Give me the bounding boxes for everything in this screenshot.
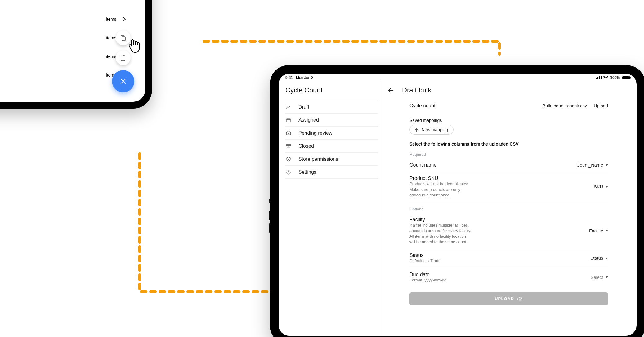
back-button[interactable] [387, 86, 395, 95]
device-side-button [269, 199, 270, 203]
edit-icon [285, 104, 292, 110]
select-status[interactable]: Status [590, 256, 608, 261]
row-sub: Defaults to 'Draft' [409, 258, 440, 264]
page-title: Draft bulk [402, 86, 431, 94]
cloud-upload-icon [517, 296, 523, 302]
sidebar-item-label: Draft [298, 104, 309, 110]
select-count-name[interactable]: Count_Name [577, 163, 608, 168]
duplicate-icon [119, 34, 127, 42]
select-due-date[interactable]: Select [591, 275, 608, 280]
cycle-count-label: Cycle count [409, 103, 436, 109]
main-header: Draft bulk [381, 81, 637, 99]
main-panel: Draft bulk Cycle count Bulk_count_check.… [381, 81, 637, 336]
sidebar-item-label: Store permissions [298, 156, 338, 162]
sidebar-item-label: Settings [298, 169, 316, 175]
duplicate-fab[interactable] [116, 30, 131, 45]
uploaded-file-name: Bulk_count_check.csv [543, 103, 587, 108]
sidebar-item-store-permissions[interactable]: Store permissions [285, 153, 378, 166]
device-side-button [269, 223, 270, 233]
status-date: Mon Jun 3 [296, 75, 313, 80]
chevron-down-icon [606, 186, 608, 188]
shield-icon [285, 156, 292, 162]
svg-rect-4 [601, 76, 602, 79]
new-mapping-label: New mapping [422, 127, 448, 132]
row-status: Status Defaults to 'Draft' Status [409, 249, 608, 268]
status-bar: 9:41 Mon Jun 3 100% [279, 74, 637, 81]
row-product-sku: Product SKU Products will not be dedupli… [409, 172, 608, 202]
device-side-button [269, 211, 270, 220]
optional-section-label: Optional [409, 202, 608, 213]
sidebar-item-pending-review[interactable]: Pending review [285, 127, 378, 140]
svg-rect-0 [122, 37, 125, 41]
new-mapping-button[interactable]: New mapping [409, 125, 454, 135]
row-facility: Facility If a file includes multiple fac… [409, 213, 608, 249]
archive-icon [285, 143, 292, 149]
battery-icon [622, 76, 630, 79]
status-battery-percent: 100% [610, 75, 620, 80]
upload-button[interactable]: UPLOAD [409, 292, 608, 305]
cycle-count-row: Cycle count Bulk_count_check.csv Upload [409, 99, 608, 112]
document-icon [119, 54, 127, 61]
plus-icon [415, 128, 418, 132]
select-value: Select [591, 275, 603, 280]
svg-point-5 [606, 78, 606, 79]
sidebar-item-assigned[interactable]: Assigned [285, 114, 378, 127]
row-due-date: Due date Format: yyyy-mm-dd Select [409, 268, 608, 287]
tablet-right-screen: 9:41 Mon Jun 3 100% [279, 74, 637, 336]
instruction-text: Select the following columns from the up… [409, 135, 608, 148]
document-fab[interactable] [116, 50, 131, 65]
close-icon [119, 78, 127, 85]
row-sub: If a file includes multiple facilities, … [409, 222, 472, 245]
required-section-label: Required [409, 148, 608, 159]
svg-rect-3 [599, 76, 600, 79]
upload-link[interactable]: Upload [594, 103, 608, 108]
chevron-down-icon [606, 276, 608, 278]
select-product-sku[interactable]: SKU [594, 184, 608, 189]
mail-open-icon [285, 130, 292, 136]
status-time: 9:41 [285, 75, 293, 80]
saved-mappings-label: Saved mappings [409, 112, 608, 125]
row-sub: Format: yyyy-mm-dd [409, 277, 446, 283]
cell-signal-icon [596, 76, 602, 79]
tablet-left-screen: items items items items [0, 0, 145, 102]
chevron-down-icon [606, 258, 608, 259]
list-item[interactable]: items [106, 10, 125, 29]
sidebar-item-draft[interactable]: Draft [285, 101, 378, 114]
store-icon [285, 117, 292, 123]
svg-rect-6 [286, 144, 291, 145]
select-value: Status [590, 256, 603, 261]
svg-rect-1 [596, 78, 597, 79]
sidebar-item-label: Assigned [298, 117, 319, 123]
tablet-left-frame: items items items items [0, 0, 152, 109]
arrow-left-icon [387, 87, 394, 94]
sidebar-item-settings[interactable]: Settings [285, 166, 378, 179]
select-facility[interactable]: Facility [589, 228, 608, 233]
chevron-down-icon [606, 164, 608, 166]
wifi-icon [603, 76, 608, 79]
sidebar: Cycle Count Draft Assigned [279, 81, 381, 336]
row-title: Status [409, 253, 440, 258]
fab-stack [112, 30, 134, 92]
sidebar-item-label: Pending review [298, 130, 332, 136]
svg-point-7 [288, 171, 289, 173]
list-item-label: items [106, 17, 116, 22]
chevron-down-icon [606, 230, 608, 231]
row-sub: Products will not be deduplicated. Make … [409, 181, 472, 198]
row-title: Count name [409, 162, 436, 168]
select-value: Count_Name [577, 163, 603, 168]
row-count-name: Count name Count_Name [409, 159, 608, 172]
row-title: Due date [409, 272, 446, 277]
chevron-right-icon [121, 17, 126, 21]
gear-icon [285, 169, 292, 175]
svg-rect-2 [597, 77, 598, 79]
row-title: Product SKU [409, 176, 472, 181]
row-title: Facility [409, 217, 472, 222]
upload-button-label: UPLOAD [495, 296, 514, 301]
sidebar-item-label: Closed [298, 143, 314, 149]
tablet-right-frame: 9:41 Mon Jun 3 100% [270, 65, 644, 337]
close-fab[interactable] [112, 70, 134, 92]
sidebar-item-closed[interactable]: Closed [285, 140, 378, 153]
sidebar-title: Cycle Count [279, 83, 381, 101]
select-value: SKU [594, 184, 603, 189]
select-value: Facility [589, 228, 603, 233]
